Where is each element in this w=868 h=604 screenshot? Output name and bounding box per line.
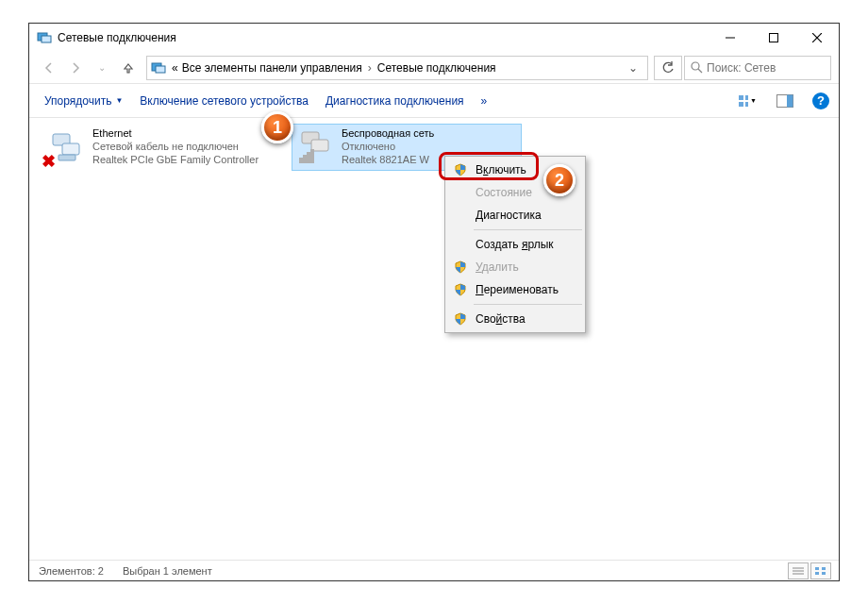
svg-rect-23 <box>308 153 309 162</box>
overflow-chevron[interactable]: » <box>481 94 488 108</box>
search-box[interactable]: Поиск: Сетев <box>684 56 831 80</box>
details-view-button[interactable] <box>788 562 809 579</box>
breadcrumb-prefix: « <box>170 61 180 75</box>
window-controls <box>709 24 839 52</box>
help-button[interactable]: ? <box>812 92 829 109</box>
window: Сетевые подключения ⌄ <box>28 23 840 581</box>
titlebar: Сетевые подключения <box>29 24 839 52</box>
ctx-delete: Удалить <box>447 256 583 278</box>
ctx-enable-label: Включить <box>476 163 526 176</box>
breadcrumb-item-2[interactable]: Сетевые подключения <box>376 61 498 75</box>
adapter-name: Беспроводная сеть <box>342 126 434 140</box>
address-bar[interactable]: « Все элементы панели управления › Сетев… <box>146 56 648 80</box>
ethernet-adapter-icon: ✖ <box>43 125 89 170</box>
disconnected-x-icon: ✖ <box>42 151 56 172</box>
adapter-wireless-info: Беспроводная сеть Отключено Realtek 8821… <box>342 125 434 170</box>
selection-count: Выбран 1 элемент <box>123 565 212 577</box>
adapter-device: Realtek 8821AE W <box>342 153 434 166</box>
search-placeholder: Поиск: Сетев <box>707 61 776 75</box>
adapter-ethernet[interactable]: ✖ Ethernet Сетевой кабель не подключен R… <box>42 124 288 171</box>
wireless-adapter-icon <box>292 125 338 170</box>
organize-menu[interactable]: Упорядочить ▼ <box>44 94 123 108</box>
forward-button[interactable] <box>63 56 88 80</box>
adapter-status: Сетевой кабель не подключен <box>92 140 259 153</box>
adapter-ethernet-info: Ethernet Сетевой кабель не подключен Rea… <box>92 125 259 170</box>
enable-device-label: Включение сетевого устройства <box>140 94 309 108</box>
shield-icon <box>453 311 468 327</box>
svg-rect-18 <box>58 155 75 160</box>
minimize-button[interactable] <box>709 24 752 52</box>
svg-rect-30 <box>815 572 819 575</box>
svg-rect-10 <box>739 95 743 100</box>
context-separator <box>474 304 582 305</box>
ctx-delete-label: Удалить <box>476 260 519 274</box>
svg-rect-3 <box>770 34 778 42</box>
shield-icon <box>453 260 468 275</box>
svg-rect-31 <box>822 572 826 575</box>
navigation-bar: ⌄ « Все элементы панели управления › Сет… <box>29 52 839 84</box>
ctx-rename-label: Переименовать <box>476 283 559 296</box>
adapter-device: Realtek PCIe GbE Family Controller <box>92 153 259 166</box>
chevron-down-icon: ▼ <box>115 96 123 105</box>
ctx-status-label: Состояние <box>476 186 532 199</box>
ctx-shortcut-label: Создать ярлык <box>476 238 554 251</box>
svg-rect-24 <box>311 150 313 162</box>
svg-rect-7 <box>156 66 165 73</box>
ctx-create-shortcut[interactable]: Создать ярлык <box>447 233 583 256</box>
svg-rect-29 <box>822 567 826 570</box>
ctx-diagnostics[interactable]: Диагностика <box>447 204 583 226</box>
window-title: Сетевые подключения <box>58 31 709 44</box>
svg-rect-12 <box>739 102 743 107</box>
network-connections-icon <box>151 60 166 76</box>
large-icons-view-button[interactable] <box>810 562 831 579</box>
diagnose-label: Диагностика подключения <box>326 94 464 108</box>
callout-2: 2 <box>543 164 576 196</box>
control-panel-network-icon <box>37 30 52 45</box>
svg-rect-21 <box>300 159 302 162</box>
search-icon <box>691 61 703 74</box>
shield-icon <box>453 282 468 297</box>
view-options-button[interactable]: ▼ <box>737 91 758 111</box>
ctx-properties[interactable]: Свойства <box>447 308 583 330</box>
command-bar: Упорядочить ▼ Включение сетевого устройс… <box>29 84 839 118</box>
svg-rect-17 <box>62 143 79 155</box>
back-button[interactable] <box>37 56 61 80</box>
adapter-status: Отключено <box>342 140 434 153</box>
recent-dropdown[interactable]: ⌄ <box>90 56 114 80</box>
ctx-rename[interactable]: Переименовать <box>447 278 583 301</box>
status-bar: Элементов: 2 Выбран 1 элемент <box>29 560 839 580</box>
chevron-down-icon: ▼ <box>750 97 757 104</box>
shield-icon <box>453 162 468 177</box>
maximize-button[interactable] <box>752 24 795 52</box>
breadcrumb-item-1[interactable]: Все элементы панели управления <box>180 61 364 75</box>
svg-rect-13 <box>745 102 748 107</box>
svg-line-9 <box>698 69 702 73</box>
up-button[interactable] <box>116 56 141 80</box>
refresh-button[interactable] <box>654 56 682 80</box>
breadcrumb-separator: › <box>364 61 376 75</box>
svg-point-8 <box>692 62 699 70</box>
callout-1: 1 <box>261 111 293 143</box>
preview-pane-button[interactable] <box>775 91 795 111</box>
close-button[interactable] <box>795 24 839 52</box>
ctx-diagnostics-label: Диагностика <box>476 209 542 222</box>
svg-rect-22 <box>304 156 306 162</box>
address-dropdown-icon[interactable]: ⌄ <box>623 61 643 75</box>
content-area[interactable]: ✖ Ethernet Сетевой кабель не подключен R… <box>29 118 839 562</box>
organize-label: Упорядочить <box>44 94 111 108</box>
svg-rect-28 <box>815 567 819 570</box>
svg-rect-15 <box>787 94 793 107</box>
svg-rect-1 <box>42 36 51 42</box>
enable-device-command[interactable]: Включение сетевого устройства <box>140 94 309 108</box>
svg-rect-11 <box>745 95 748 100</box>
ctx-properties-label: Свойства <box>476 312 526 326</box>
item-count: Элементов: 2 <box>39 565 104 577</box>
diagnose-command[interactable]: Диагностика подключения <box>326 94 464 108</box>
adapter-name: Ethernet <box>92 126 259 140</box>
context-separator <box>474 229 582 230</box>
